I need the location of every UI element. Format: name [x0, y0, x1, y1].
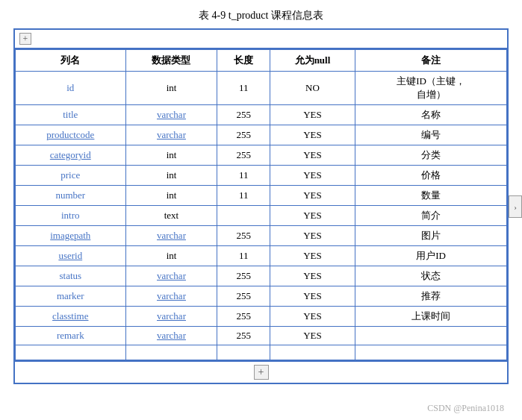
cell-length: 11: [217, 72, 270, 105]
col-header-null: 允为null: [270, 50, 355, 72]
cell-null: YES: [270, 266, 355, 286]
cell-null: YES: [270, 307, 355, 327]
cell-remark: 主键ID（主键，自增）: [355, 72, 507, 105]
cell-name: id: [16, 72, 126, 105]
table-row: titlevarchar255YES名称: [16, 105, 507, 125]
cell-type: int: [125, 166, 217, 186]
cell-name: remark: [16, 327, 126, 345]
cell-null: YES: [270, 226, 355, 246]
data-table: 列名 数据类型 长度 允为null 备注 idint11NO主键ID（主键，自增…: [15, 49, 507, 360]
table-row: priceint11YES价格: [16, 166, 507, 186]
cell-name: productcode: [16, 125, 126, 145]
table-container: + 列名 数据类型 长度 允为null 备注 idint11NO主键ID（主键，…: [13, 28, 509, 384]
cell-length: 255: [217, 145, 270, 166]
cell-null: YES: [270, 105, 355, 125]
cell-remark: 用户ID: [355, 246, 507, 266]
cell-type: varchar: [125, 105, 217, 125]
cell-remark: 分类: [355, 145, 507, 166]
cell-name: userid: [16, 246, 126, 266]
cell-type: varchar: [125, 307, 217, 327]
cell-length: 255: [217, 307, 270, 327]
cell-type: text: [125, 206, 217, 226]
cell-type: varchar: [125, 226, 217, 246]
table-row: imagepathvarchar255YES图片: [16, 226, 507, 246]
cell-remark: [355, 327, 507, 345]
top-plus-icon[interactable]: +: [19, 33, 31, 45]
empty-row: [16, 345, 507, 360]
table-row: useridint11YES用户ID: [16, 246, 507, 266]
table-row: categoryidint255YES分类: [16, 145, 507, 166]
top-bar: +: [15, 30, 507, 49]
table-header-row: 列名 数据类型 长度 允为null 备注: [16, 50, 507, 72]
table-row: idint11NO主键ID（主键，自增）: [16, 72, 507, 105]
cell-type: int: [125, 72, 217, 105]
cell-length: 11: [217, 166, 270, 186]
cell-type: int: [125, 246, 217, 266]
cell-length: 11: [217, 246, 270, 266]
cell-remark: 上课时间: [355, 307, 507, 327]
col-header-remark: 备注: [355, 50, 507, 72]
cell-type: varchar: [125, 266, 217, 286]
cell-type: int: [125, 145, 217, 166]
cell-null: YES: [270, 327, 355, 345]
cell-remark: 状态: [355, 266, 507, 286]
col-header-length: 长度: [217, 50, 270, 72]
cell-null: YES: [270, 246, 355, 266]
table-row: productcodevarchar255YES编号: [16, 125, 507, 145]
cell-name: intro: [16, 206, 126, 226]
bottom-plus-button[interactable]: +: [254, 365, 269, 380]
table-row: introtextYES简介: [16, 206, 507, 226]
cell-remark: 价格: [355, 166, 507, 186]
footer-watermark: CSDN @Penina1018: [427, 403, 504, 414]
table-row: markervarchar255YES推荐: [16, 286, 507, 307]
table-row: remarkvarchar255YES: [16, 327, 507, 345]
cell-remark: 编号: [355, 125, 507, 145]
cell-remark: 数量: [355, 186, 507, 206]
cell-length: 255: [217, 105, 270, 125]
cell-type: varchar: [125, 327, 217, 345]
cell-null: NO: [270, 72, 355, 105]
cell-remark: 名称: [355, 105, 507, 125]
cell-length: 255: [217, 125, 270, 145]
cell-name: classtime: [16, 307, 126, 327]
table-row: classtimevarchar255YES上课时间: [16, 307, 507, 327]
cell-remark: 简介: [355, 206, 507, 226]
cell-null: YES: [270, 166, 355, 186]
cell-name: number: [16, 186, 126, 206]
cell-name: status: [16, 266, 126, 286]
cell-remark: 图片: [355, 226, 507, 246]
bottom-bar: +: [15, 360, 507, 383]
col-header-name: 列名: [16, 50, 126, 72]
table-row: statusvarchar255YES状态: [16, 266, 507, 286]
right-expand-button[interactable]: ›: [509, 195, 522, 218]
page-title: 表 4-9 t_product 课程信息表: [0, 0, 522, 28]
col-header-type: 数据类型: [125, 50, 217, 72]
cell-length: [217, 206, 270, 226]
cell-name: title: [16, 105, 126, 125]
cell-type: varchar: [125, 286, 217, 307]
cell-length: 255: [217, 266, 270, 286]
cell-name: imagepath: [16, 226, 126, 246]
cell-length: 255: [217, 226, 270, 246]
cell-remark: 推荐: [355, 286, 507, 307]
cell-name: marker: [16, 286, 126, 307]
cell-null: YES: [270, 125, 355, 145]
cell-null: YES: [270, 206, 355, 226]
cell-length: 255: [217, 327, 270, 345]
cell-length: 11: [217, 186, 270, 206]
cell-name: price: [16, 166, 126, 186]
cell-null: YES: [270, 145, 355, 166]
cell-null: YES: [270, 186, 355, 206]
cell-type: int: [125, 186, 217, 206]
cell-null: YES: [270, 286, 355, 307]
table-row: numberint11YES数量: [16, 186, 507, 206]
cell-name: categoryid: [16, 145, 126, 166]
cell-type: varchar: [125, 125, 217, 145]
cell-length: 255: [217, 286, 270, 307]
